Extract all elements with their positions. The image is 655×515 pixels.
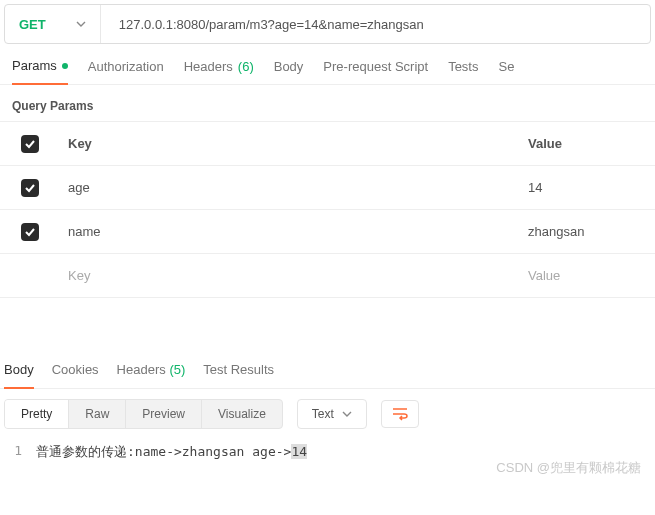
chevron-down-icon: [76, 19, 86, 29]
view-raw[interactable]: Raw: [69, 400, 126, 428]
tab-params[interactable]: Params: [12, 58, 68, 85]
tab-tests[interactable]: Tests: [448, 58, 478, 84]
watermark: CSDN @兜里有颗棉花糖: [496, 459, 641, 477]
rtab-body[interactable]: Body: [4, 362, 34, 389]
value-cell[interactable]: 14: [520, 180, 655, 195]
view-visualize[interactable]: Visualize: [202, 400, 282, 428]
checkbox-icon: [21, 135, 39, 153]
table-row-empty: Key Value: [0, 254, 655, 298]
row-checkbox[interactable]: [0, 179, 60, 197]
response-tabs: Body Cookies Headers (5) Test Results: [0, 348, 655, 389]
highlighted-text: 14: [291, 444, 307, 459]
tab-settings[interactable]: Se: [498, 58, 514, 84]
key-placeholder[interactable]: Key: [60, 268, 520, 283]
table-header-row: Key Value: [0, 122, 655, 166]
checkbox-icon: [21, 223, 39, 241]
dot-indicator: [62, 63, 68, 69]
row-checkbox[interactable]: [0, 223, 60, 241]
wrap-icon: [392, 407, 408, 421]
method-label: GET: [19, 17, 46, 32]
request-tabs: Params Authorization Headers (6) Body Pr…: [0, 44, 655, 85]
checkbox-icon: [21, 179, 39, 197]
response-line: 普通参数的传递:name->zhangsan age->14: [36, 443, 307, 461]
tab-prerequest[interactable]: Pre-request Script: [323, 58, 428, 84]
line-number: 1: [4, 443, 36, 461]
key-cell[interactable]: age: [60, 180, 520, 195]
tab-headers[interactable]: Headers (6): [184, 58, 254, 84]
view-pretty[interactable]: Pretty: [5, 400, 69, 428]
tab-authorization[interactable]: Authorization: [88, 58, 164, 84]
url-input[interactable]: [101, 17, 650, 32]
chevron-down-icon: [342, 409, 352, 419]
value-header: Value: [520, 136, 655, 151]
tab-body[interactable]: Body: [274, 58, 304, 84]
rtab-cookies[interactable]: Cookies: [52, 362, 99, 388]
rtab-headers[interactable]: Headers (5): [117, 362, 186, 388]
table-row: name zhangsan: [0, 210, 655, 254]
view-segmented: Pretty Raw Preview Visualize: [4, 399, 283, 429]
view-preview[interactable]: Preview: [126, 400, 202, 428]
value-cell[interactable]: zhangsan: [520, 224, 655, 239]
url-bar: GET: [4, 4, 651, 44]
value-placeholder[interactable]: Value: [520, 268, 655, 283]
query-params-table: Key Value age 14 name zhangsan Key Value: [0, 121, 655, 298]
wrap-lines-button[interactable]: [381, 400, 419, 428]
table-row: age 14: [0, 166, 655, 210]
key-cell[interactable]: name: [60, 224, 520, 239]
query-params-title: Query Params: [0, 85, 655, 121]
key-header: Key: [60, 136, 520, 151]
response-view-bar: Pretty Raw Preview Visualize Text: [0, 389, 655, 439]
content-type-dropdown[interactable]: Text: [297, 399, 367, 429]
method-dropdown[interactable]: GET: [5, 5, 101, 43]
rtab-test-results[interactable]: Test Results: [203, 362, 274, 388]
checkbox-header[interactable]: [0, 135, 60, 153]
